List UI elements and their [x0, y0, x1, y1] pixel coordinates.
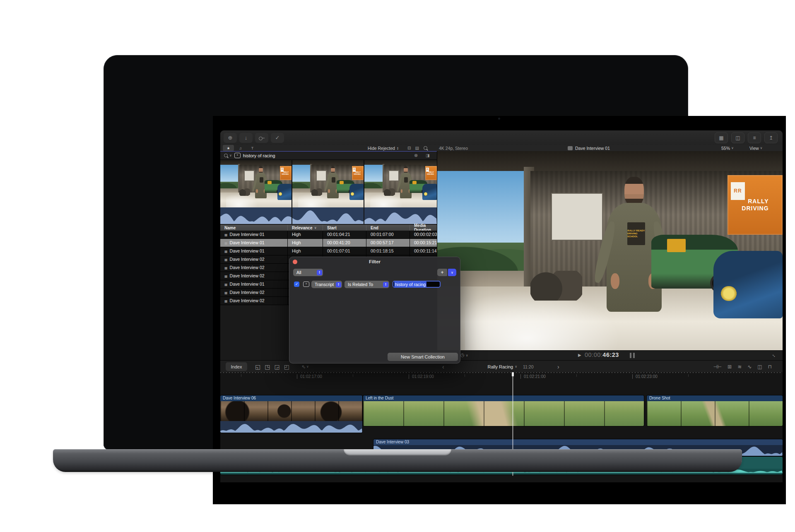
viewer-video[interactable]: RALLY READYDRIVING SCHOOL RALLY DRIVING [437, 151, 783, 350]
viewer-zoom-menu[interactable]: 55% ∨ [721, 145, 734, 151]
timecode-display[interactable]: 00:00:46:23 [585, 351, 619, 358]
timeline-ruler[interactable]: 01:02:17:0001:02:19:0001:02:21:0001:02:2… [220, 373, 783, 381]
filmstrip-frames: RALLYDRIVINGRR RALLYDRIVINGRR [220, 160, 437, 207]
ruler-minor-tick [576, 374, 577, 377]
toolbar-right-group: ▦ ◫ ≡ ↥ [715, 132, 778, 143]
next-project-arrow[interactable]: › [557, 361, 559, 373]
match-popup[interactable]: All ▲▼ [293, 269, 323, 276]
clear-search-icon[interactable]: ⊗ [414, 153, 418, 158]
index-button[interactable]: Index [226, 362, 247, 371]
hide-rejected-filter[interactable]: Hide Rejected ▲▼ [368, 145, 399, 151]
table-cell: High [288, 231, 323, 238]
rule-checkbox[interactable]: ✓ [294, 282, 299, 287]
timeline-clip-left-in-the-dust[interactable]: Left in the Dust [363, 395, 644, 426]
shirt-logo: RALLY READYDRIVING SCHOOL [627, 222, 645, 245]
viewer-options-icon[interactable]: ◷ ∨ [460, 352, 468, 358]
table-cell: High [288, 247, 323, 255]
skimming-icon[interactable]: ∿ [747, 364, 752, 370]
table-row[interactable]: ▦Dave Interview 01High00:01:04:2100:01:0… [220, 231, 437, 239]
download-button[interactable]: ↓ [239, 133, 253, 143]
frame-divider [364, 207, 364, 224]
column-header-relevance[interactable]: Relevance∨ [288, 225, 323, 231]
ruler-tick: 01:02:21:00 [520, 374, 546, 379]
sort-chevron-icon: ∨ [314, 226, 317, 230]
filmstrip-view-icon[interactable]: ⊟ [407, 146, 411, 150]
ruler-minor-tick [688, 374, 689, 377]
new-smart-collection-button[interactable]: New Smart Collection [388, 353, 458, 361]
projector-screen [551, 193, 603, 241]
table-cell: ▦Dave Interview 02 [220, 297, 288, 305]
table-row[interactable]: ▦Dave Interview 01High00:01:07:0100:01:1… [220, 247, 437, 255]
audio-meters[interactable] [630, 353, 635, 358]
search-scope-chevron-icon[interactable]: ∨ [229, 154, 232, 157]
fullscreen-icon[interactable]: ↔ [771, 351, 778, 359]
clip-icon: ▦ [224, 266, 228, 270]
rule-condition-popup[interactable]: Is Related To ▲▼ [344, 281, 389, 288]
filmstrip-preview[interactable]: RALLYDRIVINGRR RALLYDRIVINGRR [220, 160, 437, 224]
timeline-clip-drone-shot[interactable]: Drone Shot [647, 395, 783, 426]
search-field[interactable]: ∨ + history of racing ⊗ ◨ [220, 151, 437, 160]
rule-type-popup[interactable]: Transcript ▲▼ [311, 281, 342, 288]
clip-waveform [220, 421, 362, 433]
video-content: RALLY READYDRIVING SCHOOL RALLY DRIVING [437, 151, 783, 350]
playhead-handle[interactable] [512, 372, 514, 376]
table-cell: 00:01:07:00 [366, 231, 410, 238]
filmstrip-frame: RALLYDRIVINGRR [364, 160, 437, 207]
laptop-lid: ⊕ ↓ ✓ ▦ ◫ ≡ ↥ ★ ♫ [104, 55, 688, 450]
clip-label: Left in the Dust [363, 395, 644, 401]
append-edit-icon[interactable]: ◲ [274, 363, 279, 370]
key-command-button[interactable] [255, 133, 268, 143]
view-label: View [749, 146, 759, 151]
overwrite-edit-icon[interactable]: ◰ [284, 363, 289, 370]
laptop-base [53, 449, 742, 472]
add-rule-button[interactable]: + [437, 269, 447, 276]
list-view-icon[interactable]: ▤ [415, 146, 419, 150]
snapping-icon[interactable]: ⊓ [768, 364, 772, 370]
tab-clips[interactable]: ★ [223, 145, 234, 151]
table-cell: High [288, 239, 323, 247]
insert-edit-icon[interactable]: ◳ [265, 363, 270, 370]
rally-banner: RALLY DRIVING RR [728, 175, 783, 235]
table-cell: 00:00:57:17 [366, 239, 410, 247]
panel-layout-icon[interactable]: ◫ [731, 132, 744, 143]
task-check-button[interactable]: ✓ [271, 133, 284, 143]
column-header-duration[interactable]: Media Duration [410, 225, 437, 231]
share-icon[interactable]: ↥ [764, 132, 778, 143]
tab-audio[interactable]: ♫ [235, 145, 246, 151]
timecode-current: 46:23 [602, 351, 619, 358]
table-row[interactable]: ▦Dave Interview 01High00:00:41:2000:00:5… [220, 239, 437, 247]
column-header-start[interactable]: Start [323, 225, 366, 231]
clip-appearance-icon[interactable]: ◫ [757, 364, 762, 370]
audio-lanes-icon[interactable]: ≋ [737, 364, 742, 370]
timeline-clip-dave-interview-06[interactable]: Dave Interview 06 [220, 395, 362, 433]
table-cell: 00:01:18:15 [366, 247, 410, 255]
filter-rule-row: ✓ + Transcript ▲▼ Is Related To ▲▼ histo… [289, 281, 460, 289]
transitions-icon[interactable]: ⊞ [728, 364, 732, 370]
tab-titles[interactable]: T [247, 145, 258, 151]
adjust-sliders-icon[interactable]: ≡ [748, 132, 761, 143]
project-menu[interactable]: Rally Racing ∨ 11:20 [467, 361, 554, 373]
car-number-badge [667, 239, 686, 252]
connect-edit-icon[interactable]: ◱ [255, 363, 260, 370]
play-button[interactable]: ▶ [578, 353, 581, 357]
rule-value-field[interactable]: history of racing [393, 281, 441, 288]
clip-filmstrip [363, 401, 644, 426]
chevron-updown-icon: ▲▼ [397, 147, 399, 150]
video-thumbnail: RALLYDRIVINGRR [364, 160, 437, 207]
viewer-view-menu[interactable]: View ∨ [749, 145, 762, 151]
add-rule-menu-button[interactable]: ∨ [448, 269, 456, 276]
clip-icon: ▦ [224, 291, 228, 295]
import-media-button[interactable]: ⊕ [224, 133, 237, 143]
window-toolbar: ⊕ ↓ ✓ ▦ ◫ ≡ ↥ [220, 130, 783, 145]
car-headlight [720, 286, 737, 301]
filter-panel-icon[interactable]: ◨ [426, 153, 429, 158]
screenshot-canvas: ⊕ ↓ ✓ ▦ ◫ ≡ ↥ ★ ♫ [0, 0, 795, 532]
trim-icon[interactable]: ⊣⊢ [713, 364, 722, 370]
grid-view-icon[interactable]: ▦ [715, 132, 728, 143]
search-icon[interactable] [423, 146, 428, 151]
project-duration: 11:20 [523, 364, 534, 369]
ruler-minor-tick [465, 374, 465, 377]
column-header-name[interactable]: Name [220, 225, 288, 231]
column-header-end[interactable]: End [366, 225, 410, 231]
clip-icon [568, 146, 573, 150]
